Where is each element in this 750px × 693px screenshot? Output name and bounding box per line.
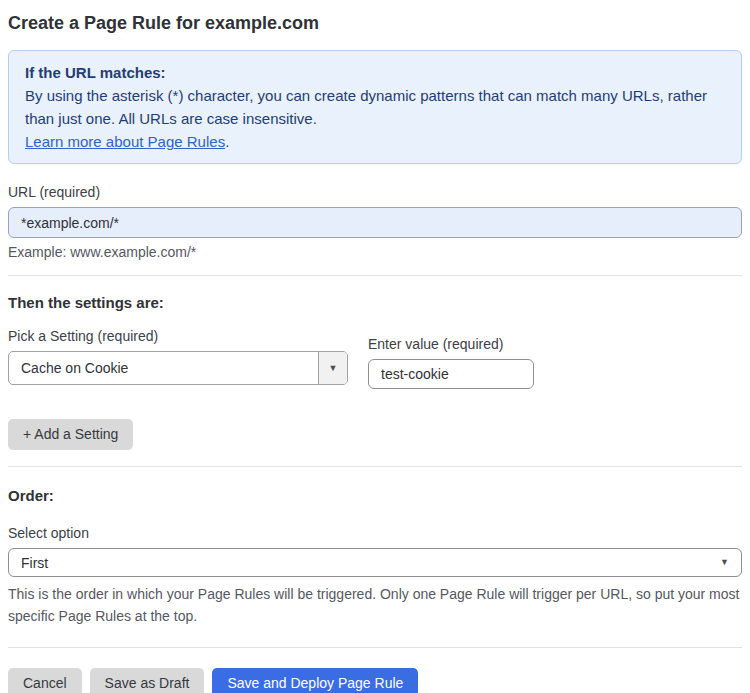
order-help-text: This is the order in which your Page Rul… [8,583,742,627]
divider [8,647,742,648]
setting-select[interactable]: Cache on Cookie ▼ [8,351,348,385]
divider [8,275,742,276]
setting-select-arrow-button[interactable]: ▼ [318,352,347,384]
caret-down-icon: ▼ [329,364,338,373]
info-box-heading: If the URL matches: [25,61,725,84]
url-input[interactable] [8,207,742,238]
divider [8,466,742,467]
order-select[interactable]: First ▼ [8,548,742,577]
link-suffix: . [225,133,229,150]
setting-select-label: Pick a Setting (required) [8,328,348,345]
footer-buttons: Cancel Save as Draft Save and Deploy Pag… [8,668,742,693]
setting-value-input[interactable] [368,359,534,389]
page-rule-form: Create a Page Rule for example.com If th… [0,0,750,693]
value-column: Enter value (required) [368,336,534,389]
order-section-heading: Order: [8,487,742,505]
add-setting-button[interactable]: + Add a Setting [8,419,133,450]
learn-more-link[interactable]: Learn more about Page Rules [25,133,225,150]
setting-column: Pick a Setting (required) Cache on Cooki… [8,328,348,385]
order-select-value: First [21,555,720,571]
url-match-info-box: If the URL matches: By using the asteris… [8,50,742,164]
setting-select-value: Cache on Cookie [9,352,318,384]
save-and-deploy-button[interactable]: Save and Deploy Page Rule [212,668,418,693]
page-title: Create a Page Rule for example.com [8,12,742,34]
info-box-link-line: Learn more about Page Rules. [25,130,725,153]
cancel-button[interactable]: Cancel [8,668,82,693]
save-as-draft-button[interactable]: Save as Draft [90,668,205,693]
url-example-text: Example: www.example.com/* [8,244,742,261]
value-field-label: Enter value (required) [368,336,534,353]
url-field-label: URL (required) [8,184,742,201]
caret-down-icon: ▼ [720,558,729,567]
order-select-label: Select option [8,525,742,542]
info-box-body: By using the asterisk (*) character, you… [25,84,725,130]
settings-section-heading: Then the settings are: [8,294,742,312]
settings-row: Pick a Setting (required) Cache on Cooki… [8,328,742,389]
